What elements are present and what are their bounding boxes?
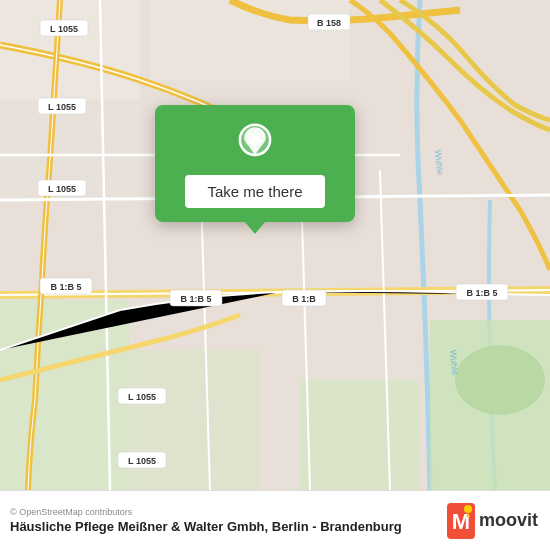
svg-point-42 bbox=[245, 128, 265, 148]
moovit-text: moovit bbox=[479, 510, 538, 531]
svg-rect-2 bbox=[130, 350, 260, 490]
location-name: Häusliche Pflege Meißner & Walter Gmbh, … bbox=[10, 519, 447, 534]
svg-text:L 1055: L 1055 bbox=[48, 184, 76, 194]
svg-text:B 1:B 5: B 1:B 5 bbox=[466, 288, 497, 298]
map-container: L 1055 B 158 L 1055 L 1055 B 1:B 5 B 1:B… bbox=[0, 0, 550, 490]
map-background: L 1055 B 158 L 1055 L 1055 B 1:B 5 B 1:B… bbox=[0, 0, 550, 490]
location-pin-icon bbox=[234, 123, 276, 165]
svg-text:B 158: B 158 bbox=[317, 18, 341, 28]
moovit-icon: M bbox=[447, 503, 475, 539]
svg-text:B 1:B 5: B 1:B 5 bbox=[180, 294, 211, 304]
svg-text:B 1:B: B 1:B bbox=[292, 294, 316, 304]
svg-text:B 1:B 5: B 1:B 5 bbox=[50, 282, 81, 292]
copyright-text: © OpenStreetMap contributors bbox=[10, 507, 447, 517]
svg-text:L 1055: L 1055 bbox=[128, 456, 156, 466]
bottom-bar: © OpenStreetMap contributors Häusliche P… bbox=[0, 490, 550, 550]
svg-text:L 1055: L 1055 bbox=[50, 24, 78, 34]
svg-rect-4 bbox=[300, 380, 420, 490]
svg-text:L 1055: L 1055 bbox=[48, 102, 76, 112]
svg-point-45 bbox=[464, 505, 472, 513]
moovit-logo: M moovit bbox=[447, 503, 538, 539]
location-info: © OpenStreetMap contributors Häusliche P… bbox=[10, 507, 447, 534]
take-me-there-button[interactable]: Take me there bbox=[185, 175, 324, 208]
svg-point-5 bbox=[455, 345, 545, 415]
svg-text:L 1055: L 1055 bbox=[128, 392, 156, 402]
popup-card: Take me there bbox=[155, 105, 355, 222]
